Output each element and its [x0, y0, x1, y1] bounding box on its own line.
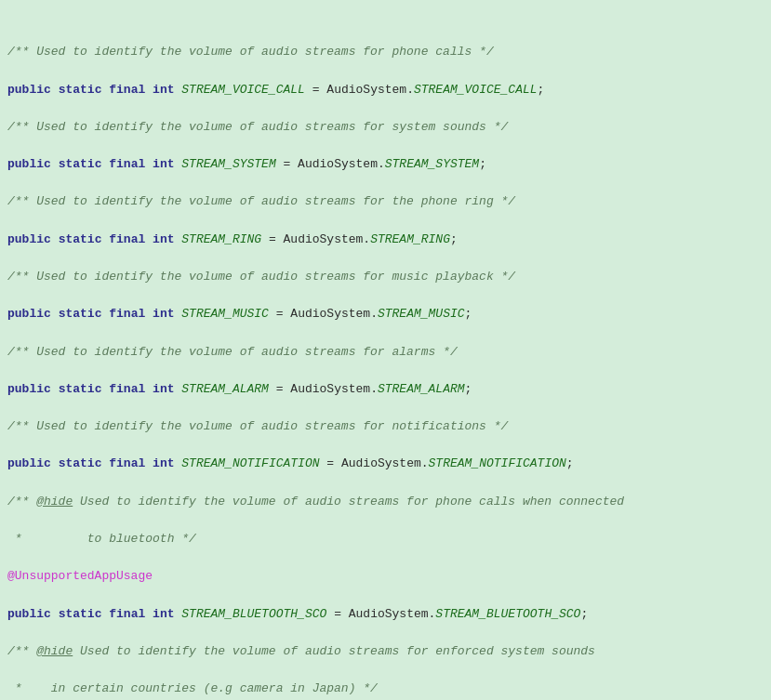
- kw-public-7: public: [7, 607, 51, 621]
- line-3: /** Used to identify the volume of audio…: [7, 118, 764, 137]
- kw-final-3: final: [109, 232, 145, 246]
- kw-public-6: public: [7, 456, 51, 470]
- ref-bt-sco: STREAM_BLUETOOTH_SCO: [435, 607, 580, 621]
- kw-public-1: public: [7, 83, 51, 97]
- field-alarm: STREAM_ALARM: [181, 382, 269, 396]
- line-16: public static final int STREAM_BLUETOOTH…: [7, 605, 764, 624]
- line-14: * to bluetooth */: [7, 530, 764, 548]
- kw-public-5: public: [7, 382, 51, 396]
- kw-final-2: final: [109, 157, 145, 171]
- kw-int-2: int: [153, 157, 174, 171]
- kw-int-3: int: [153, 232, 174, 246]
- hide-tag-2: @hide: [36, 644, 73, 658]
- comment-bt-hide2: * to bluetooth */: [7, 532, 196, 546]
- field-system: STREAM_SYSTEM: [181, 157, 275, 171]
- line-1: /** Used to identify the volume of audio…: [7, 43, 764, 61]
- comment-system: /** Used to identify the volume of audio…: [7, 120, 508, 134]
- comment-notification: /** Used to identify the volume of audio…: [7, 419, 508, 433]
- field-music: STREAM_MUSIC: [181, 307, 269, 321]
- line-18: * in certain countries (e.g camera in Ja…: [7, 680, 764, 698]
- kw-public-4: public: [7, 307, 51, 321]
- annotation-unsupported-1: @UnsupportedAppUsage: [7, 569, 153, 583]
- field-ring: STREAM_RING: [181, 232, 261, 246]
- line-10: public static final int STREAM_ALARM = A…: [7, 380, 764, 399]
- comment-enforced-hide1: /** @hide Used to identify the volume of…: [7, 644, 595, 658]
- kw-static-4: static: [59, 307, 102, 321]
- line-17: /** @hide Used to identify the volume of…: [7, 642, 764, 661]
- line-9: /** Used to identify the volume of audio…: [7, 343, 764, 362]
- comment-ring: /** Used to identify the volume of audio…: [7, 194, 515, 208]
- ref-system: STREAM_SYSTEM: [385, 157, 479, 171]
- kw-int-1: int: [153, 83, 174, 97]
- kw-final-1: final: [109, 83, 145, 97]
- kw-static-3: static: [59, 232, 102, 246]
- ref-alarm: STREAM_ALARM: [378, 382, 465, 396]
- line-2: public static final int STREAM_VOICE_CAL…: [7, 81, 764, 99]
- line-7: /** Used to identify the volume of audio…: [7, 268, 764, 286]
- line-13: /** @hide Used to identify the volume of…: [7, 493, 764, 511]
- field-bt-sco: STREAM_BLUETOOTH_SCO: [181, 607, 326, 621]
- kw-final-4: final: [109, 307, 145, 321]
- line-8: public static final int STREAM_MUSIC = A…: [7, 305, 764, 324]
- kw-static-5: static: [59, 382, 102, 396]
- kw-final-7: final: [109, 607, 145, 621]
- ref-ring: STREAM_RING: [370, 232, 450, 246]
- comment-bt-hide1: /** @hide Used to identify the volume of…: [7, 495, 624, 508]
- ref-voice-call: STREAM_VOICE_CALL: [414, 83, 538, 97]
- comment-enforced-hide2: * in certain countries (e.g camera in Ja…: [7, 681, 378, 695]
- kw-int-6: int: [153, 456, 174, 470]
- kw-public-3: public: [7, 232, 51, 246]
- code-viewer: /** Used to identify the volume of audio…: [0, 0, 771, 700]
- field-notification: STREAM_NOTIFICATION: [181, 456, 319, 470]
- ref-music: STREAM_MUSIC: [378, 307, 465, 321]
- comment-voice-call: /** Used to identify the volume of audio…: [7, 45, 494, 59]
- field-voice-call: STREAM_VOICE_CALL: [181, 83, 305, 97]
- kw-static-6: static: [59, 456, 102, 470]
- line-15: @UnsupportedAppUsage: [7, 567, 764, 586]
- kw-public-2: public: [7, 157, 51, 171]
- line-11: /** Used to identify the volume of audio…: [7, 417, 764, 436]
- line-6: public static final int STREAM_RING = Au…: [7, 231, 764, 249]
- kw-static-1: static: [59, 83, 102, 97]
- line-12: public static final int STREAM_NOTIFICAT…: [7, 455, 764, 473]
- kw-static-7: static: [59, 607, 102, 621]
- ref-notification: STREAM_NOTIFICATION: [429, 456, 566, 470]
- kw-final-6: final: [109, 456, 145, 470]
- kw-static-2: static: [59, 157, 102, 171]
- comment-alarm: /** Used to identify the volume of audio…: [7, 345, 458, 359]
- kw-int-5: int: [153, 382, 174, 396]
- kw-int-7: int: [153, 607, 174, 621]
- kw-final-5: final: [109, 382, 145, 396]
- hide-tag-1: @hide: [36, 495, 73, 508]
- comment-music: /** Used to identify the volume of audio…: [7, 270, 515, 284]
- kw-int-4: int: [153, 307, 174, 321]
- line-4: public static final int STREAM_SYSTEM = …: [7, 155, 764, 174]
- line-5: /** Used to identify the volume of audio…: [7, 192, 764, 211]
